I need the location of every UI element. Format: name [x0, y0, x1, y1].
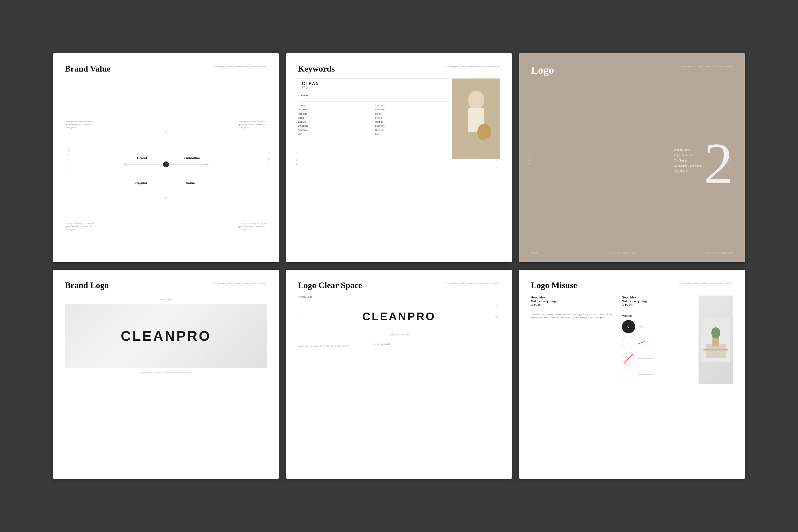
- slide5-desc-block: Lorem ipsum is simply dummy text of surv…: [298, 340, 364, 348]
- slide6-img-placeholder: [699, 296, 733, 384]
- label-capital: Capital: [135, 181, 147, 185]
- slide2-sidebar-presentation: PRESENTATION: [496, 146, 498, 169]
- slide-brand-value: Brand Value Lorem ipsum is simply dummy …: [53, 53, 279, 262]
- slide6-subtitle: Lorem ipsum is simply dummy text of surv…: [679, 281, 733, 285]
- logo-badge-2: C: [622, 336, 635, 349]
- keywords-left: CLEAN PRO. Contents — Classic Understate…: [298, 78, 448, 159]
- kw-brand-name: CLEAN: [302, 81, 444, 86]
- slide2-sidebar-minimal: MINIMAL: [296, 151, 298, 165]
- slide3-bottom-left: 2023: [531, 252, 538, 254]
- misuse-section: Misuse C Clean C Clean: [622, 314, 693, 381]
- slide4-logo-text: CLEANPRO: [121, 328, 211, 344]
- brand-value-diagram: ◄ ► ▲ ▼ Brand Guideline Capital Value: [65, 77, 267, 252]
- keywords-image: [452, 78, 500, 159]
- slide3-bottom: 2023 NAME OF PROJECT BRAND GUIDELINE: [531, 252, 733, 254]
- h-label-right: 1H: [495, 316, 498, 318]
- logo-badge-3: C: [622, 352, 635, 365]
- svg-point-7: [711, 327, 720, 338]
- kw-divider: —: [298, 99, 448, 101]
- kw-brand-sub: PRO.: [302, 86, 444, 89]
- slide5-primary-label: Primary Logo: [298, 296, 500, 298]
- clear-space-label: 1 H = Clear Space: [298, 333, 500, 336]
- slide2-subtitle: Lorem ipsum is simply dummy text of surv…: [445, 65, 500, 68]
- slide3-bottom-right: BRAND GUIDELINE: [706, 252, 733, 254]
- label-guideline: Guideline: [184, 156, 200, 160]
- strike-overlay: [622, 352, 635, 365]
- good-idea-title: Good IdeaMakes Everythingis Better: [531, 296, 616, 307]
- slide1-subtitle: Lorem ipsum is simply dummy text of surv…: [212, 65, 267, 68]
- misuse-image-svg: [701, 298, 730, 381]
- slide2-title: Keywords: [298, 64, 335, 73]
- misuse-item-2: C Clean: [622, 336, 693, 349]
- keywords-image-svg: [452, 78, 500, 159]
- slide-logo-misuse: Logo Misuse Lorem ipsum is simply dummy …: [519, 270, 745, 479]
- kw-columns: Classic Understated Authentic Subtle Ele…: [298, 104, 448, 136]
- slide6-title: Logo Misuse: [531, 280, 577, 290]
- kw-brand-box: CLEAN PRO.: [298, 78, 448, 92]
- good-idea-title2: Good IdeaMakes Everythingis Better: [622, 296, 693, 307]
- slide4-subtitle: Lorem ipsum is simply dummy text of surv…: [212, 281, 267, 285]
- slide4-title: Brand Logo: [65, 280, 109, 290]
- misuse-item-4: C: [622, 368, 693, 381]
- slide-brand-logo: Brand Logo Lorem ipsum is simply dummy t…: [53, 270, 279, 479]
- slide-logo: Logo Lorem ipsum is a simply dummy text …: [519, 53, 745, 262]
- slide5-bottom: Lorem ipsum is simply dummy text of surv…: [298, 340, 500, 348]
- slide6-body: Good IdeaMakes Everythingis Better → Lor…: [531, 296, 733, 384]
- misuse-label-2: Clean: [638, 341, 644, 344]
- misuse-line-4: [638, 374, 654, 375]
- slide5-h-label: H = Hight of the shield: [369, 343, 500, 345]
- arrow-left: ◄: [124, 163, 126, 166]
- misuse-line-3: [638, 358, 654, 359]
- slide-keywords: Keywords Lorem ipsum is simply dummy tex…: [286, 53, 512, 262]
- arrow-right: ►: [206, 163, 209, 166]
- misuse-item-1: C Clean: [622, 320, 693, 333]
- arrow-up: ▲: [165, 130, 167, 133]
- svg-rect-8: [703, 349, 728, 350]
- slide5-subtitle: Lorem ipsum is simply dummy text of surv…: [445, 281, 500, 285]
- slide1-title: Brand Value: [65, 64, 111, 73]
- slide-grid: Brand Value Lorem ipsum is simply dummy …: [53, 53, 745, 479]
- keywords-body: CLEAN PRO. Contents — Classic Understate…: [298, 78, 500, 159]
- slide4-caption: Lorem ipsum is simply dummy text of surv…: [65, 371, 267, 375]
- good-idea-arrow: →: [531, 308, 616, 311]
- slide6-image: [699, 296, 733, 384]
- slide3-subtitle: Lorem ipsum is a simply dummy text survi…: [679, 65, 733, 68]
- slide5-clear-logo: CLEANPRO: [309, 310, 489, 323]
- slide5-desc: Lorem ipsum is simply dummy text of surv…: [298, 344, 364, 348]
- arrow-down: ▼: [165, 196, 167, 199]
- slide3-list: Primary Logo Logo Clear Space Our Stamp …: [674, 147, 702, 174]
- slide6-good-idea: Good IdeaMakes Everythingis Better → Lor…: [531, 296, 616, 384]
- slide1-sidebar-minimal: MINIMAL: [267, 151, 269, 165]
- slide1-sidebar-presentation: PRESENTATION: [67, 146, 70, 169]
- slide3-bottom-center: NAME OF PROJECT: [608, 252, 636, 254]
- label-brand: Brand: [137, 156, 147, 160]
- slide6-misuse: Good IdeaMakes Everythingis Better → Mis…: [622, 296, 693, 384]
- slide5-clear-box: 1H 1H 1H CLEANPRO: [298, 302, 500, 331]
- good-idea-desc: Lorem ipsum is simply dummy text of the …: [531, 313, 616, 320]
- diagram-center: ◄ ► ▲ ▼ Brand Guideline Capital Value: [124, 130, 209, 199]
- logo-badge-4: C: [622, 368, 635, 381]
- h-label-left: 1H: [300, 316, 303, 318]
- misuse-item-3: C: [622, 352, 693, 365]
- slide3-sidebar-presentation: PRESENTATION: [728, 146, 731, 169]
- h-label-top: 1H: [494, 304, 497, 307]
- slide3-sidebar-minimal: MINIMAL: [529, 151, 531, 165]
- slide3-title: Logo: [531, 64, 554, 76]
- label-value: Value: [186, 181, 195, 185]
- misuse-label-1: Clean: [638, 325, 644, 328]
- diagram-circle: [163, 162, 169, 167]
- slide4-brand-label: Brand Logo: [65, 298, 267, 301]
- kw-col1: Classic Understated Authentic Subtle Ele…: [298, 104, 371, 136]
- kw-contents-title: Contents: [298, 94, 448, 98]
- slide5-h-block: H = Hight of the shield: [369, 340, 500, 348]
- strike-line: [624, 354, 633, 363]
- misuse-title: Misuse: [622, 314, 693, 317]
- svg-point-3: [477, 124, 491, 141]
- slide-logo-clear-space: Logo Clear Space Lorem ipsum is simply d…: [286, 270, 512, 479]
- good-idea-arrow2: →: [622, 308, 693, 311]
- slide4-logo-area: CLEANPRO: [65, 304, 267, 368]
- svg-point-1: [468, 91, 484, 110]
- slide5-title: Logo Clear Space: [298, 280, 362, 290]
- logo-badge-1: C: [622, 320, 635, 333]
- kw-col2: Creative Awesome Clean Stylish Minimal E…: [375, 104, 448, 136]
